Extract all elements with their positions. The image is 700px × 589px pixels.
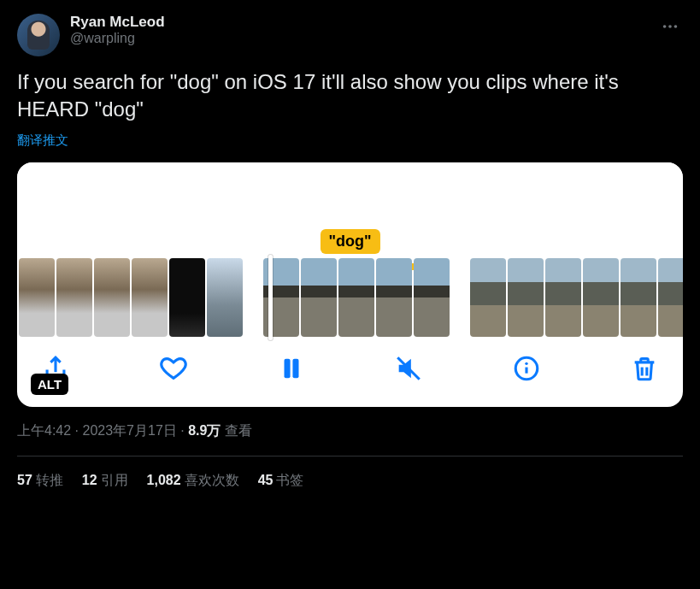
clip-thumbnail[interactable] — [56, 258, 92, 337]
tweet: Ryan McLeod @warpling If you search for … — [0, 0, 700, 490]
media-toolbar — [17, 339, 683, 407]
stat-retweets[interactable]: 57转推 — [17, 472, 63, 490]
tweet-header: Ryan McLeod @warpling — [17, 14, 683, 56]
views-count: 8.9万 — [188, 423, 221, 438]
clip-thumbnail[interactable] — [583, 258, 619, 337]
playhead[interactable] — [268, 255, 273, 340]
avatar[interactable] — [17, 14, 60, 56]
more-icon[interactable] — [657, 14, 683, 43]
search-tag: "dog" — [320, 229, 379, 254]
tweet-date[interactable]: 2023年7月17日 — [82, 423, 176, 438]
timeline[interactable] — [17, 256, 683, 339]
clip-thumbnail[interactable] — [169, 258, 205, 337]
trash-icon[interactable] — [630, 354, 659, 386]
clip-thumbnail[interactable] — [508, 258, 544, 337]
clip-group-3[interactable] — [470, 258, 683, 337]
clip-thumbnail[interactable] — [470, 258, 506, 337]
svg-point-1 — [668, 25, 672, 28]
author-names[interactable]: Ryan McLeod @warpling — [70, 14, 647, 46]
tweet-time[interactable]: 上午4:42 — [17, 423, 71, 438]
clip-thumbnail[interactable] — [338, 258, 374, 337]
views-label: 查看 — [225, 423, 252, 438]
stat-bookmarks[interactable]: 45书签 — [258, 472, 304, 490]
clip-thumbnail[interactable] — [207, 258, 243, 337]
svg-rect-4 — [292, 358, 298, 378]
stats-row: 57转推 12引用 1,082喜欢次数 45书签 — [17, 456, 683, 490]
tweet-text: If you search for "dog" on iOS 17 it'll … — [17, 68, 683, 124]
svg-point-0 — [663, 25, 667, 28]
pause-icon[interactable] — [277, 354, 306, 386]
clip-thumbnail[interactable] — [621, 258, 656, 337]
clip-thumbnail[interactable] — [376, 258, 412, 337]
clip-thumbnail[interactable] — [545, 258, 581, 337]
clip-thumbnail[interactable] — [414, 258, 450, 337]
clip-thumbnail[interactable] — [658, 258, 683, 337]
svg-point-8 — [525, 362, 527, 364]
svg-rect-3 — [284, 358, 290, 378]
info-icon[interactable] — [512, 354, 541, 386]
clip-group-2[interactable] — [263, 258, 450, 337]
handle: @warpling — [70, 31, 647, 46]
clip-thumbnail[interactable] — [94, 258, 130, 337]
translate-link[interactable]: 翻译推文 — [17, 133, 68, 149]
media-top: "dog" — [17, 162, 683, 256]
clip-thumbnail[interactable] — [132, 258, 168, 337]
clip-group-1[interactable] — [19, 258, 243, 337]
media-card[interactable]: "dog" — [17, 162, 683, 407]
clip-thumbnail[interactable] — [301, 258, 337, 337]
mute-icon[interactable] — [394, 354, 423, 386]
clip-thumbnail[interactable] — [19, 258, 55, 337]
meta-line: 上午4:422023年7月17日8.9万 查看 — [17, 422, 683, 440]
svg-point-2 — [674, 25, 678, 28]
alt-badge[interactable]: ALT — [31, 374, 68, 395]
heart-icon[interactable] — [159, 354, 188, 386]
stat-likes[interactable]: 1,082喜欢次数 — [147, 472, 239, 490]
stat-quotes[interactable]: 12引用 — [82, 472, 128, 490]
display-name: Ryan McLeod — [70, 14, 647, 31]
